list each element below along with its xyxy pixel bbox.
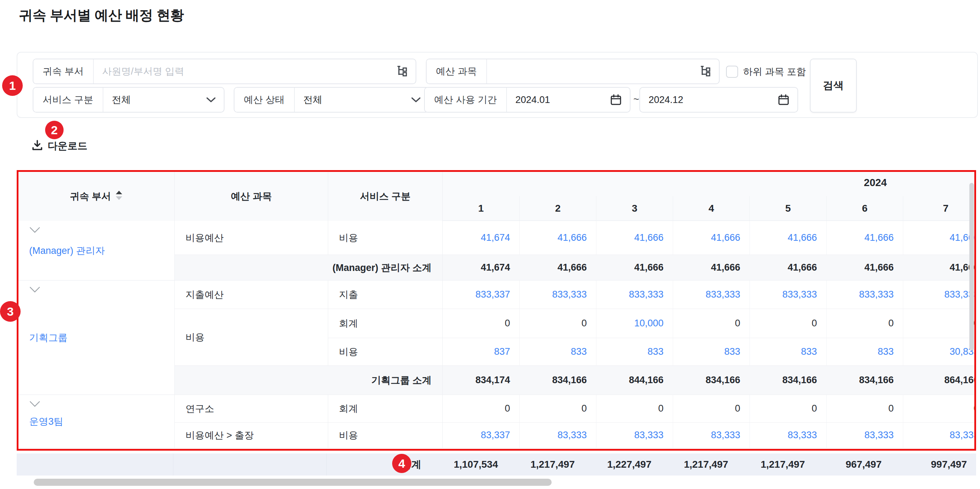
dept-link[interactable]: (Manager) 관리자 xyxy=(29,244,105,257)
subtotal-value: 834,166 xyxy=(826,366,903,395)
download-icon xyxy=(31,139,43,153)
budget-value-link[interactable]: 833,337 xyxy=(475,289,510,300)
budget-value-link[interactable]: 83,333 xyxy=(864,430,894,441)
vertical-scrollbar[interactable] xyxy=(969,183,974,351)
org-tree-icon[interactable] xyxy=(698,65,711,78)
subject-cell: 비용 xyxy=(175,309,328,366)
budget-value-link[interactable]: 833,333 xyxy=(629,289,663,300)
collapse-chevron-icon[interactable] xyxy=(29,286,40,295)
dept-link[interactable]: 기획그룹 xyxy=(29,331,67,344)
include-sub-label: 하위 과목 포함 xyxy=(743,65,806,78)
budget-value-link[interactable]: 833 xyxy=(571,346,587,357)
subtotal-label: (Manager) 관리자 소계 xyxy=(175,255,442,281)
total-value: 1,217,497 xyxy=(507,454,584,476)
budget-value-link[interactable]: 83,333 xyxy=(557,430,587,441)
dept-input-placeholder: 사원명/부서명 입력 xyxy=(102,65,185,78)
budget-value-link[interactable]: 83,333 xyxy=(788,430,817,441)
dept-filter-field[interactable]: 귀속 부서 사원명/부서명 입력 xyxy=(33,59,416,84)
download-button[interactable]: 다운로드 xyxy=(31,139,88,153)
dept-cell: 기획그룹 xyxy=(19,281,175,395)
budget-value: 0 xyxy=(811,318,817,329)
budget-value-link[interactable]: 41,666 xyxy=(634,232,663,243)
budget-value-link[interactable]: 833,333 xyxy=(705,289,740,300)
budget-value-link[interactable]: 837 xyxy=(494,346,510,357)
budget-value-link[interactable]: 41,666 xyxy=(788,232,817,243)
value-cell: 83,333 xyxy=(826,422,903,448)
budget-value-link[interactable]: 41,666 xyxy=(864,232,894,243)
status-filter-field[interactable]: 예산 상태 전체 xyxy=(234,87,430,113)
budget-value: 0 xyxy=(581,318,587,329)
budget-value-link[interactable]: 41,674 xyxy=(480,232,510,243)
value-cell: 833 xyxy=(673,338,749,366)
column-header-dept[interactable]: 귀속 부서 xyxy=(19,172,175,221)
budget-value-link[interactable]: 83,333 xyxy=(950,430,976,441)
subject-input[interactable] xyxy=(487,59,719,83)
month-header-4: 4 xyxy=(673,196,749,221)
group-grid: 지출예산지출833,337833,333833,333833,333833,33… xyxy=(175,281,976,395)
status-select-value: 전체 xyxy=(303,94,323,106)
value-cell: 41,666 xyxy=(519,221,596,255)
budget-table: 귀속 부서 예산 과목 서비스 구분 2024 1234567 (Manager… xyxy=(17,170,976,451)
search-button-label: 검색 xyxy=(823,78,843,93)
budget-value: 0 xyxy=(505,403,510,414)
subtotal-value: 41,674 xyxy=(442,255,519,281)
calendar-icon[interactable] xyxy=(610,94,622,106)
filter-panel: 귀속 부서 사원명/부서명 입력 예산 과목 하위 과목 포함 서비스 구분 전… xyxy=(17,52,978,118)
group-grid: 비용예산비용41,67441,66641,66641,66641,66641,6… xyxy=(175,221,976,281)
budget-value-link[interactable]: 83,333 xyxy=(711,430,740,441)
dept-search-input[interactable]: 사원명/부서명 입력 xyxy=(94,59,415,83)
service-select[interactable]: 전체 xyxy=(103,88,224,112)
total-value: 1,107,534 xyxy=(431,454,507,476)
period-to-input[interactable]: 2024.12 xyxy=(640,88,797,112)
subject-filter-label: 예산 과목 xyxy=(426,59,487,83)
include-sub-checkbox[interactable] xyxy=(726,66,738,78)
org-tree-icon[interactable] xyxy=(395,65,408,78)
collapse-chevron-icon[interactable] xyxy=(29,400,40,409)
dept-link[interactable]: 운영3팀 xyxy=(29,415,63,428)
budget-value-link[interactable]: 83,337 xyxy=(480,430,510,441)
budget-value: 0 xyxy=(974,318,976,329)
value-cell: 0 xyxy=(749,395,826,422)
month-header-6: 6 xyxy=(826,196,903,221)
total-value: 997,497 xyxy=(891,454,976,476)
period-from-input[interactable]: 2024.01 xyxy=(507,88,630,112)
budget-value: 0 xyxy=(888,403,894,414)
budget-value-link[interactable]: 833,333 xyxy=(859,289,894,300)
budget-value-link[interactable]: 833,333 xyxy=(552,289,587,300)
budget-value-link[interactable]: 41,666 xyxy=(557,232,587,243)
budget-value-link[interactable]: 833,333 xyxy=(782,289,817,300)
subject-filter-field[interactable]: 예산 과목 xyxy=(426,59,720,84)
collapse-chevron-icon[interactable] xyxy=(29,227,40,235)
dept-cell: (Manager) 관리자 xyxy=(19,221,175,281)
value-cell: 0 xyxy=(442,309,519,338)
total-value: 1,227,497 xyxy=(584,454,661,476)
value-cell: 0 xyxy=(596,395,673,422)
search-button[interactable]: 검색 xyxy=(810,59,857,113)
budget-value-link[interactable]: 833 xyxy=(878,346,894,357)
budget-value-link[interactable]: 833 xyxy=(648,346,663,357)
value-cell: 833,333 xyxy=(749,281,826,309)
budget-value-link[interactable]: 833 xyxy=(801,346,817,357)
status-filter-label: 예산 상태 xyxy=(234,88,295,112)
period-from-field[interactable]: 예산 사용 기간 2024.01 xyxy=(424,87,630,113)
sort-icon[interactable] xyxy=(115,190,123,203)
budget-value-link[interactable]: 83,333 xyxy=(634,430,663,441)
value-cell: 833,333 xyxy=(519,281,596,309)
status-select[interactable]: 전체 xyxy=(295,88,429,112)
budget-value-link[interactable]: 833 xyxy=(724,346,740,357)
budget-value-link[interactable]: 41,666 xyxy=(711,232,740,243)
page-title: 귀속 부서별 예산 배정 현황 xyxy=(19,6,184,25)
calendar-icon[interactable] xyxy=(778,94,790,106)
subtotal-value: 834,166 xyxy=(749,366,826,395)
month-header-row: 1234567 xyxy=(442,196,976,221)
include-sub-checkbox-group[interactable]: 하위 과목 포함 xyxy=(726,65,806,78)
month-header-5: 5 xyxy=(749,196,826,221)
value-cell: 0 xyxy=(903,395,976,422)
month-header-1: 1 xyxy=(442,196,519,221)
service-filter-field[interactable]: 서비스 구분 전체 xyxy=(33,87,224,113)
horizontal-scrollbar[interactable] xyxy=(34,479,552,486)
budget-value-link[interactable]: 10,000 xyxy=(634,318,663,329)
subtotal-value: 41,666 xyxy=(903,255,976,281)
period-to-field[interactable]: 2024.12 xyxy=(640,87,798,113)
dept-filter-label: 귀속 부서 xyxy=(33,59,94,83)
